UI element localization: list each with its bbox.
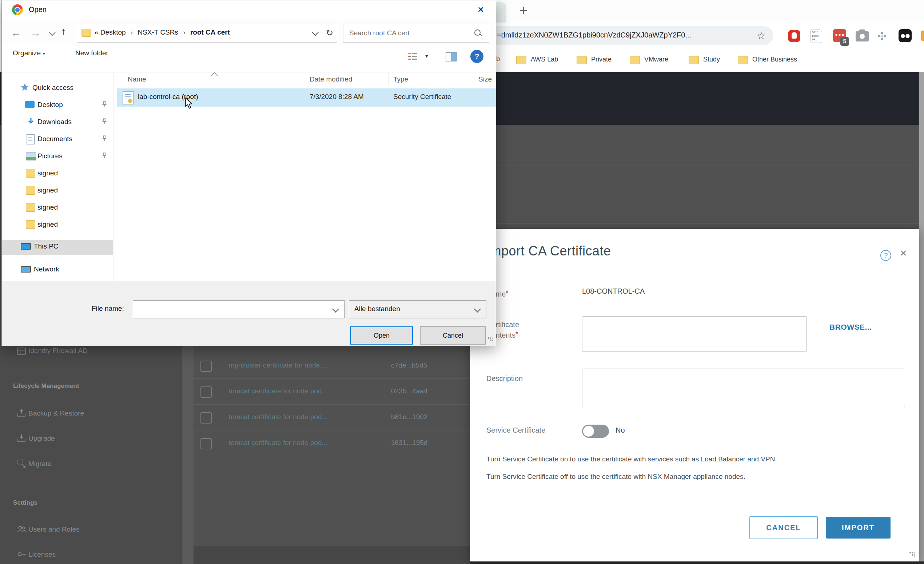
import-button[interactable]: IMPORT [826,517,891,538]
column-header-date[interactable]: Date modified [310,75,352,83]
camera-extension-icon[interactable] [856,31,869,42]
clipped-extension-icon[interactable] [921,31,924,41]
table-row[interactable]: mp-cluster certificate for node ... c7de… [194,352,470,379]
bookmark-item-private[interactable]: Private [591,56,612,63]
open-button[interactable]: Open [350,326,413,345]
bookmark-item-other-business[interactable]: Other Business [752,56,797,63]
breadcrumb[interactable]: « Desktop › NSX-T CSRs › root CA cert [94,28,230,36]
sidebar-item-upgrade[interactable]: Upgrade [0,432,182,447]
sidebar-item-licenses[interactable]: Licenses [0,548,182,562]
organize-chevron-icon: ▾ [42,51,45,56]
up-icon[interactable]: ↑ [61,25,66,38]
file-name-chevron-icon[interactable] [332,306,339,312]
sidebar-item-folder-signed[interactable]: signed [2,185,111,198]
dark-domino-extension-icon[interactable] [898,29,912,42]
search-box[interactable] [343,24,489,43]
breadcrumb-root-ca-cert[interactable]: root CA cert [190,28,230,36]
help-icon[interactable]: ? [470,50,483,63]
view-list-icon[interactable] [408,52,417,61]
sidebar-item-migrate[interactable]: Migrate [0,458,182,472]
table-row[interactable]: tomcat certificate for node pod... b81e.… [194,404,470,430]
column-header-type[interactable]: Type [393,75,408,83]
bookmark-partial[interactable]: b [496,55,500,63]
nsx-page-scrollbar[interactable] [919,72,924,564]
download-icon [27,117,35,128]
close-icon[interactable]: × [478,3,484,16]
sidebar-item-documents[interactable]: Documents [2,134,111,146]
name-input[interactable] [582,284,905,299]
sidebar-item-users-roles[interactable]: Users and Roles [0,523,182,537]
row-checkbox[interactable] [201,412,212,423]
column-header-size[interactable]: Size [478,75,492,83]
breadcrumb-desktop[interactable]: Desktop [100,28,126,36]
bookmark-item-study[interactable]: Study [703,56,720,63]
organize-label: Organize [13,49,41,57]
sidebar-item-network[interactable]: Network [2,263,111,278]
breadcrumb-bar[interactable]: « Desktop › NSX-T CSRs › root CA cert ↻ [77,24,337,43]
sidebar-item-backup-restore[interactable]: Backup & Restore [0,407,182,422]
certificate-link[interactable]: tomcat certificate for node pod... [229,413,327,421]
cancel-button[interactable]: Cancel [420,326,486,345]
sidebar-item-this-pc[interactable]: This PC [2,240,113,255]
new-folder-button[interactable]: New folder [75,49,108,57]
bookmark-item-vmware[interactable]: VMware [644,56,668,63]
view-options-chevron-icon[interactable]: ▾ [425,53,428,59]
help-icon[interactable]: ? [880,250,891,261]
browse-link[interactable]: BROWSE... [830,323,872,332]
sidebar-item-desktop[interactable]: Desktop [2,100,111,112]
breadcrumb-nsxt-csrs[interactable]: NSX-T CSRs [138,28,178,36]
table-row[interactable]: tomcat certificate for node pod... 1631.… [194,430,470,456]
certificate-link[interactable]: tomcat certificate for node pod... [229,387,327,395]
pinwheel-extension-icon[interactable]: ✣ [878,30,886,43]
sidebar-item-downloads[interactable]: Downloads [2,117,111,129]
cancel-button[interactable]: CANCEL [749,516,818,539]
column-header-name[interactable]: Name [128,75,146,83]
binary-card-extension-icon[interactable]: 0011 1000 101 [810,29,822,43]
search-input[interactable] [348,27,470,39]
bookmark-star-icon[interactable]: ☆ [757,30,766,42]
preview-pane-icon[interactable] [446,52,457,62]
row-checkbox[interactable] [201,361,212,372]
bookmark-item-aws-lab[interactable]: AWS Lab [531,56,558,63]
dialog-resize-grip[interactable] [909,552,915,557]
breadcrumb-separator: › [128,28,136,36]
sidebar-item-folder-signed[interactable]: signed [2,168,111,180]
search-icon[interactable] [474,29,482,38]
camera-lens [860,34,865,39]
breadcrumb-dropdown-chevron-icon[interactable] [312,29,318,36]
row-checkbox[interactable] [201,438,212,449]
new-tab-button[interactable]: + [519,3,528,18]
sidebar-item-identity-firewall[interactable]: Identity Firewall AD [0,344,182,359]
column-divider[interactable] [388,73,388,86]
file-name-combo[interactable] [133,300,345,318]
file-name-input[interactable] [137,303,324,315]
sidebar-item-folder-signed[interactable]: signed [2,202,111,214]
dialog-titlebar[interactable] [2,0,496,19]
certificate-contents-textarea[interactable] [582,316,807,352]
dialog-resize-grip[interactable] [488,337,493,342]
file-row-selected[interactable]: lab-control-ca (root) 7/3/2020 8:28 AM S… [117,88,496,106]
file-type-select[interactable]: Alle bestanden [349,300,486,318]
close-icon[interactable]: × [900,246,907,260]
description-textarea[interactable] [582,369,905,407]
back-icon[interactable]: ← [10,27,21,39]
sidebar-item-pictures[interactable]: Pictures [2,151,111,164]
forward-icon[interactable]: → [30,27,41,39]
file-date: 7/3/2020 8:28 AM [310,93,364,101]
refresh-icon[interactable]: ↻ [326,28,333,38]
table-row[interactable]: tomcat certificate for node pod... 0235.… [194,378,470,405]
sidebar-item-folder-signed[interactable]: signed [2,219,111,232]
bookmark-folder-icon [738,56,748,64]
url-text[interactable]: =dmlldz1zeXN0ZW1BZG1pbi90cnVzdC9jZXJ0aWZ… [497,31,691,39]
column-divider[interactable] [474,73,474,86]
service-certificate-toggle[interactable] [582,424,609,438]
column-divider[interactable] [303,73,303,86]
pane-divider[interactable] [113,72,114,281]
certificate-link[interactable]: tomcat certificate for node pod... [229,439,327,447]
organize-menu[interactable]: Organize ▾ [13,49,45,57]
certificate-link[interactable]: mp-cluster certificate for node ... [229,362,327,369]
sidebar-item-quick-access[interactable]: Quick access [2,82,111,95]
row-checkbox[interactable] [201,386,212,398]
folder-icon [26,220,35,229]
adblock-extension-icon[interactable] [788,30,800,42]
